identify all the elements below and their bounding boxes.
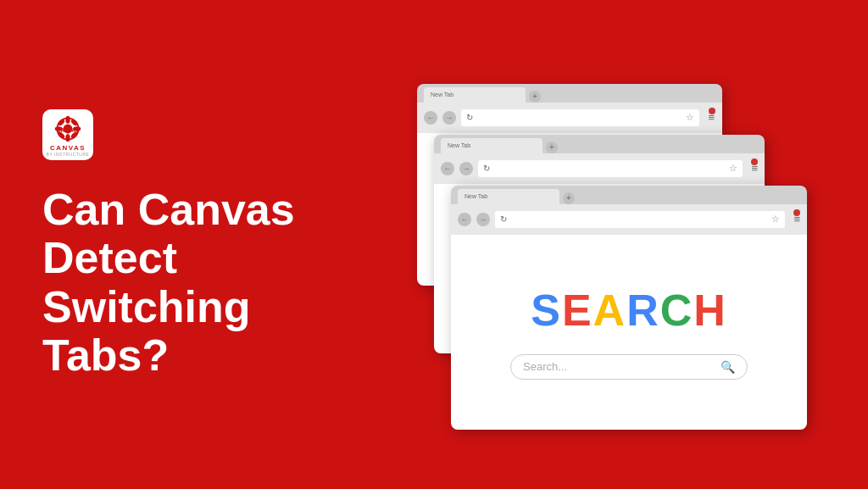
browser-1-tab-bar: New Tab + [417, 84, 722, 103]
browser-window-3: New Tab + ← → ↻ ☆ ≡ S [451, 186, 807, 430]
refresh-icon-2: ↻ [483, 164, 490, 173]
browsers-container: New Tab + ← → ↻ ☆ ≡ [392, 67, 832, 423]
browser-3-address[interactable]: ↻ ☆ [495, 211, 785, 228]
headline-line3: Switching [42, 283, 314, 331]
browser-1-address[interactable]: ↻ ☆ [461, 109, 699, 126]
star-icon-1: ☆ [686, 112, 694, 123]
browser-2-back[interactable]: ← [441, 162, 454, 175]
browser-2-new-tab[interactable]: + [546, 142, 558, 153]
browser-1-new-tab[interactable]: + [529, 91, 541, 103]
letter-r: R [626, 285, 660, 336]
search-bar[interactable]: Search... 🔍 [510, 354, 748, 380]
browser-3-forward[interactable]: → [476, 213, 490, 226]
browser-1-window-controls [709, 108, 715, 114]
browser-3-tab-bar: New Tab + [451, 186, 807, 204]
browser-3-close[interactable] [793, 209, 800, 216]
headline-line1: Can Canvas [42, 186, 314, 234]
headline-line4: Tabs? [42, 331, 314, 380]
letter-a: A [593, 285, 627, 336]
search-colorful-text: S E A R C H [531, 285, 727, 336]
browser-2-close[interactable] [751, 158, 758, 165]
search-input-placeholder: Search... [523, 360, 714, 373]
headline-line2: Detect [42, 234, 314, 282]
logo-subtitle: BY INSTRUCTURE [47, 152, 90, 157]
browser-2-tab-bar: New Tab + [434, 135, 765, 153]
star-icon-2: ☆ [729, 163, 737, 174]
browser-2-chrome: ← → ↻ ☆ ≡ [434, 153, 765, 184]
browser-2-tab: New Tab [441, 138, 542, 153]
browser-1-tab: New Tab [424, 87, 526, 103]
letter-c: C [660, 285, 694, 336]
right-section: New Tab + ← → ↻ ☆ ≡ [356, 0, 868, 489]
browser-1-back[interactable]: ← [424, 111, 437, 125]
svg-point-2 [65, 115, 70, 123]
main-title: Can Canvas Detect Switching Tabs? [42, 186, 314, 380]
browser-2-forward[interactable]: → [459, 162, 473, 175]
canvas-logo-icon: CANVAS [53, 114, 83, 144]
browser-3-new-tab[interactable]: + [563, 192, 575, 204]
browser-3-body: S E A R C H Search... 🔍 [451, 235, 807, 430]
letter-e: E [562, 285, 593, 336]
svg-point-3 [65, 134, 70, 142]
browser-2-window-controls [751, 158, 758, 165]
browser-3-window-controls [793, 209, 800, 216]
browser-3-tab: New Tab [458, 189, 559, 204]
letter-h: H [693, 285, 727, 336]
logo-container: CANVAS CANVAS BY INSTRUCTURE [42, 109, 314, 160]
browser-1-chrome: ← → ↻ ☆ ≡ [417, 103, 722, 133]
browser-2-address[interactable]: ↻ ☆ [478, 160, 743, 177]
logo-box: CANVAS CANVAS BY INSTRUCTURE [42, 109, 93, 160]
refresh-icon-3: ↻ [500, 214, 507, 224]
browser-3-back[interactable]: ← [458, 213, 471, 226]
browser-1-close[interactable] [709, 108, 715, 114]
browser-1-forward[interactable]: → [442, 111, 456, 125]
logo-canvas-label: CANVAS [50, 144, 86, 152]
refresh-icon-1: ↻ [466, 113, 473, 122]
svg-text:CANVAS: CANVAS [57, 126, 79, 132]
letter-s: S [531, 285, 562, 336]
star-icon-3: ☆ [771, 214, 780, 225]
browser-3-chrome: ← → ↻ ☆ ≡ [451, 204, 807, 235]
search-magnifier-icon: 🔍 [721, 360, 735, 374]
left-section: CANVAS CANVAS BY INSTRUCTURE Can Canvas … [0, 75, 356, 414]
